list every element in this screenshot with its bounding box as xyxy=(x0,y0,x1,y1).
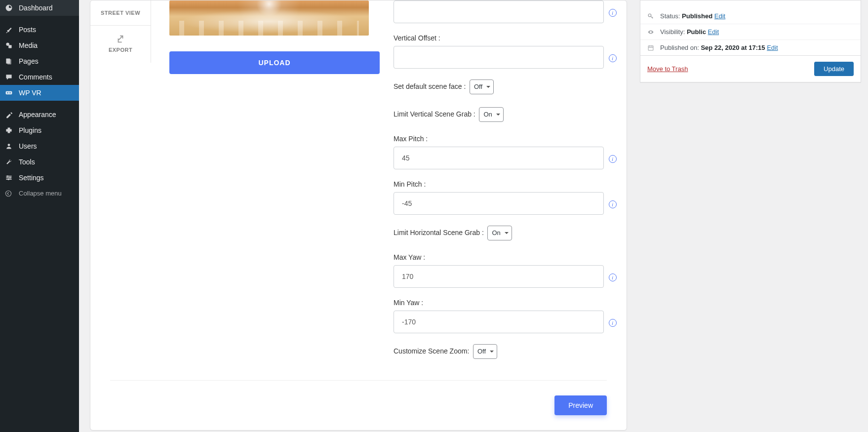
sidebar-collapse[interactable]: Collapse menu xyxy=(0,186,79,201)
visibility-row: Visibility: Public Edit xyxy=(640,24,861,39)
scene-thumbnail xyxy=(169,0,369,36)
settings-icon xyxy=(5,174,15,182)
default-face-select[interactable]: Off xyxy=(470,79,494,94)
svg-rect-3 xyxy=(7,59,11,64)
eye-icon xyxy=(647,29,656,36)
nav-label: EXPORT xyxy=(109,47,132,53)
edit-date-link[interactable]: Edit xyxy=(767,44,778,51)
pages-icon xyxy=(5,57,15,65)
min-yaw-input[interactable] xyxy=(394,311,604,333)
vertical-offset-label: Vertical Offset : xyxy=(394,34,440,42)
svg-rect-1 xyxy=(8,45,11,48)
sidebar-collapse-label: Collapse menu xyxy=(19,190,62,197)
sidebar-item-label: WP VR xyxy=(19,89,41,97)
scene-editor-panel: STREET VIEW EXPORT UPLOAD i Vertical Off… xyxy=(90,0,627,431)
vertical-offset-input[interactable] xyxy=(394,46,604,69)
export-icon xyxy=(94,35,147,43)
sidebar-item-settings[interactable]: Settings xyxy=(0,170,79,186)
plugins-icon xyxy=(5,126,15,134)
comments-icon xyxy=(5,73,15,81)
wp-admin-sidebar: Dashboard Posts Media Pages Comments WP … xyxy=(0,0,79,432)
image-upload-area: UPLOAD xyxy=(169,0,369,74)
sidebar-item-media[interactable]: Media xyxy=(0,38,79,53)
svg-point-11 xyxy=(7,175,8,177)
sidebar-item-label: Settings xyxy=(19,174,44,182)
min-yaw-label: Min Yaw : xyxy=(394,299,423,307)
default-face-label: Set default scene face : xyxy=(394,82,466,90)
svg-rect-16 xyxy=(648,45,653,50)
max-yaw-input[interactable] xyxy=(394,265,604,288)
edit-visibility-link[interactable]: Edit xyxy=(708,28,719,36)
status-value: Published xyxy=(682,12,712,20)
info-icon[interactable]: i xyxy=(609,319,617,327)
move-to-trash-link[interactable]: Move to Trash xyxy=(647,65,688,73)
visibility-value: Public xyxy=(687,28,706,36)
published-value: Sep 22, 2020 at 17:15 xyxy=(701,44,765,51)
sidebar-item-pages[interactable]: Pages xyxy=(0,53,79,69)
sidebar-item-posts[interactable]: Posts xyxy=(0,22,79,38)
info-icon[interactable]: i xyxy=(609,155,617,163)
max-pitch-label: Max Pitch : xyxy=(394,135,428,143)
dashboard-icon xyxy=(5,4,15,12)
preview-footer: Preview xyxy=(110,380,607,415)
min-pitch-label: Min Pitch : xyxy=(394,180,426,188)
sidebar-item-dashboard[interactable]: Dashboard xyxy=(0,0,79,16)
svg-point-12 xyxy=(9,177,11,178)
upload-button[interactable]: UPLOAD xyxy=(169,51,380,74)
limit-horizontal-label: Limit Horizontal Scene Grab : xyxy=(394,229,484,236)
info-icon[interactable]: i xyxy=(609,54,617,62)
nav-street-view[interactable]: STREET VIEW xyxy=(90,0,151,25)
svg-point-13 xyxy=(8,179,9,180)
sidebar-item-label: Pages xyxy=(19,57,39,65)
sidebar-item-label: Plugins xyxy=(19,126,41,134)
custom-zoom-label: Customize Scene Zoom: xyxy=(394,347,469,355)
update-button[interactable]: Update xyxy=(814,62,854,76)
sidebar-item-label: Appearance xyxy=(19,111,56,118)
sidebar-item-label: Comments xyxy=(19,73,52,81)
sidebar-item-plugins[interactable]: Plugins xyxy=(0,122,79,138)
status-row: Status: Published Edit xyxy=(640,8,861,24)
sidebar-item-label: Dashboard xyxy=(19,4,53,12)
svg-point-14 xyxy=(5,191,11,196)
wpvr-icon xyxy=(5,89,15,97)
nav-export[interactable]: EXPORT xyxy=(90,26,151,62)
svg-rect-4 xyxy=(6,91,12,94)
calendar-icon xyxy=(647,44,656,51)
scene-settings-form: i Vertical Offset : i Set default scene … xyxy=(394,0,621,372)
sidebar-item-label: Posts xyxy=(19,26,36,34)
svg-point-7 xyxy=(8,144,10,146)
svg-point-5 xyxy=(7,92,8,93)
max-pitch-input[interactable] xyxy=(394,147,604,169)
nav-label: STREET VIEW xyxy=(101,10,140,16)
svg-point-6 xyxy=(9,92,10,93)
limit-horizontal-select[interactable]: On xyxy=(487,226,512,240)
sidebar-item-appearance[interactable]: Appearance xyxy=(0,107,79,122)
appearance-icon xyxy=(5,111,15,118)
info-icon[interactable]: i xyxy=(609,274,617,281)
sidebar-item-wpvr[interactable]: WP VR xyxy=(0,85,79,101)
sidebar-item-comments[interactable]: Comments xyxy=(0,69,79,85)
sidebar-item-tools[interactable]: Tools xyxy=(0,154,79,170)
min-pitch-input[interactable] xyxy=(394,192,604,215)
published-row: Published on: Sep 22, 2020 at 17:15 Edit xyxy=(640,39,861,55)
published-label: Published on: xyxy=(660,44,701,51)
collapse-icon xyxy=(5,190,15,197)
panel-side-nav: STREET VIEW EXPORT xyxy=(90,0,151,63)
pin-icon xyxy=(5,26,15,34)
sidebar-item-users[interactable]: Users xyxy=(0,138,79,154)
max-yaw-label: Max Yaw : xyxy=(394,253,425,261)
limit-vertical-label: Limit Vertical Scene Grab : xyxy=(394,110,475,118)
key-icon xyxy=(647,13,656,20)
custom-zoom-select[interactable]: Off xyxy=(473,344,497,359)
media-icon xyxy=(5,41,15,49)
unnamed-input[interactable] xyxy=(394,0,604,23)
limit-vertical-select[interactable]: On xyxy=(479,107,503,122)
edit-status-link[interactable]: Edit xyxy=(714,12,725,20)
sidebar-item-label: Tools xyxy=(19,158,35,166)
preview-button[interactable]: Preview xyxy=(554,395,607,415)
publish-metabox: Status: Published Edit Visibility: Publi… xyxy=(640,0,861,82)
info-icon[interactable]: i xyxy=(609,200,617,208)
status-label: Status: xyxy=(660,12,682,20)
sidebar-item-label: Media xyxy=(19,41,38,49)
info-icon[interactable]: i xyxy=(609,9,617,17)
